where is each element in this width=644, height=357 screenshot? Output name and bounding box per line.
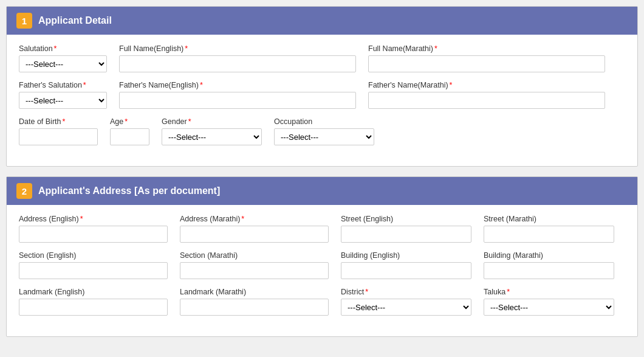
group-occupation: Occupation ---Select--- Farmer Business … <box>274 117 374 145</box>
select-salutation[interactable]: ---Select--- Mr. Mrs. Miss Dr. <box>19 55 107 72</box>
group-father-name-marathi: Father's Name(Marathi)* <box>368 81 605 109</box>
label-salutation: Salutation* <box>19 44 107 53</box>
input-address-marathi[interactable] <box>180 226 329 243</box>
input-age[interactable] <box>110 128 149 145</box>
input-street-marathi[interactable] <box>484 226 614 243</box>
section2-number: 2 <box>16 183 32 199</box>
section1-body: Salutation* ---Select--- Mr. Mrs. Miss D… <box>7 35 637 166</box>
group-building-marathi: Building (Marathi) <box>484 251 614 279</box>
group-father-salutation: Father's Salutation* ---Select--- Mr. Mr… <box>19 81 107 109</box>
group-age: Age* <box>110 117 149 145</box>
input-building-marathi[interactable] <box>484 262 614 279</box>
label-fullname-marathi: Full Name(Marathi)* <box>368 44 605 53</box>
label-occupation: Occupation <box>274 117 374 126</box>
group-gender: Gender* ---Select--- Male Female Other <box>162 117 262 145</box>
input-section-english[interactable] <box>19 262 168 279</box>
select-occupation[interactable]: ---Select--- Farmer Business Service Oth… <box>274 128 374 145</box>
row-dob-age-gender-occupation: Date of Birth* Age* Gender* ---Select---… <box>19 117 625 145</box>
label-address-english: Address (English)* <box>19 215 168 223</box>
group-street-marathi: Street (Marathi) <box>484 215 614 243</box>
label-landmark-english: Landmark (English) <box>19 288 168 296</box>
label-street-marathi: Street (Marathi) <box>484 215 614 223</box>
label-fullname-english: Full Name(English)* <box>119 44 356 53</box>
group-section-english: Section (English) <box>19 251 168 279</box>
input-father-name-english[interactable] <box>119 92 356 109</box>
label-father-name-english: Father's Name(English)* <box>119 81 356 89</box>
label-building-english: Building (English) <box>341 251 471 260</box>
label-street-english: Street (English) <box>341 215 471 223</box>
label-taluka: Taluka* <box>484 288 614 296</box>
group-section-marathi: Section (Marathi) <box>180 251 329 279</box>
section1-header: 1 Applicant Detail <box>7 7 637 35</box>
section-applicant-detail: 1 Applicant Detail Salutation* ---Select… <box>6 6 638 167</box>
section-address: 2 Applicant's Address [As per document] … <box>6 176 638 337</box>
section2-title: Applicant's Address [As per document] <box>38 185 220 196</box>
input-father-name-marathi[interactable] <box>368 92 605 109</box>
label-gender: Gender* <box>162 117 262 126</box>
label-building-marathi: Building (Marathi) <box>484 251 614 260</box>
select-father-salutation[interactable]: ---Select--- Mr. Mrs. Miss Dr. <box>19 92 107 109</box>
group-building-english: Building (English) <box>341 251 471 279</box>
group-taluka: Taluka* ---Select--- <box>484 288 614 316</box>
label-age: Age* <box>110 117 149 126</box>
select-taluka[interactable]: ---Select--- <box>484 299 614 316</box>
label-section-marathi: Section (Marathi) <box>180 251 329 260</box>
label-section-english: Section (English) <box>19 251 168 260</box>
group-street-english: Street (English) <box>341 215 471 243</box>
group-salutation: Salutation* ---Select--- Mr. Mrs. Miss D… <box>19 44 107 72</box>
input-dob[interactable] <box>19 128 98 145</box>
label-district: District* <box>341 288 471 296</box>
group-address-english: Address (English)* <box>19 215 168 243</box>
input-fullname-english[interactable] <box>119 55 356 72</box>
label-father-salutation: Father's Salutation* <box>19 81 107 89</box>
input-landmark-english[interactable] <box>19 299 168 316</box>
row-section-building: Section (English) Section (Marathi) Buil… <box>19 251 625 279</box>
label-landmark-marathi: Landmark (Marathi) <box>180 288 329 296</box>
group-landmark-marathi: Landmark (Marathi) <box>180 288 329 316</box>
label-address-marathi: Address (Marathi)* <box>180 215 329 223</box>
group-fullname-english: Full Name(English)* <box>119 44 356 72</box>
label-father-name-marathi: Father's Name(Marathi)* <box>368 81 605 89</box>
input-address-english[interactable] <box>19 226 168 243</box>
section2-header: 2 Applicant's Address [As per document] <box>7 177 637 205</box>
input-street-english[interactable] <box>341 226 471 243</box>
group-dob: Date of Birth* <box>19 117 98 145</box>
select-gender[interactable]: ---Select--- Male Female Other <box>162 128 262 145</box>
row-landmark-district-taluka: Landmark (English) Landmark (Marathi) Di… <box>19 288 625 316</box>
section1-number: 1 <box>16 13 32 29</box>
group-fullname-marathi: Full Name(Marathi)* <box>368 44 605 72</box>
section2-body: Address (English)* Address (Marathi)* St… <box>7 205 637 336</box>
select-district[interactable]: ---Select--- <box>341 299 471 316</box>
input-building-english[interactable] <box>341 262 471 279</box>
input-fullname-marathi[interactable] <box>368 55 605 72</box>
row-father: Father's Salutation* ---Select--- Mr. Mr… <box>19 81 625 109</box>
group-district: District* ---Select--- <box>341 288 471 316</box>
row-address-street: Address (English)* Address (Marathi)* St… <box>19 215 625 243</box>
row-salutation-fullname: Salutation* ---Select--- Mr. Mrs. Miss D… <box>19 44 625 72</box>
group-address-marathi: Address (Marathi)* <box>180 215 329 243</box>
group-father-name-english: Father's Name(English)* <box>119 81 356 109</box>
group-landmark-english: Landmark (English) <box>19 288 168 316</box>
section1-title: Applicant Detail <box>38 15 112 26</box>
input-landmark-marathi[interactable] <box>180 299 329 316</box>
label-dob: Date of Birth* <box>19 117 98 126</box>
input-section-marathi[interactable] <box>180 262 329 279</box>
